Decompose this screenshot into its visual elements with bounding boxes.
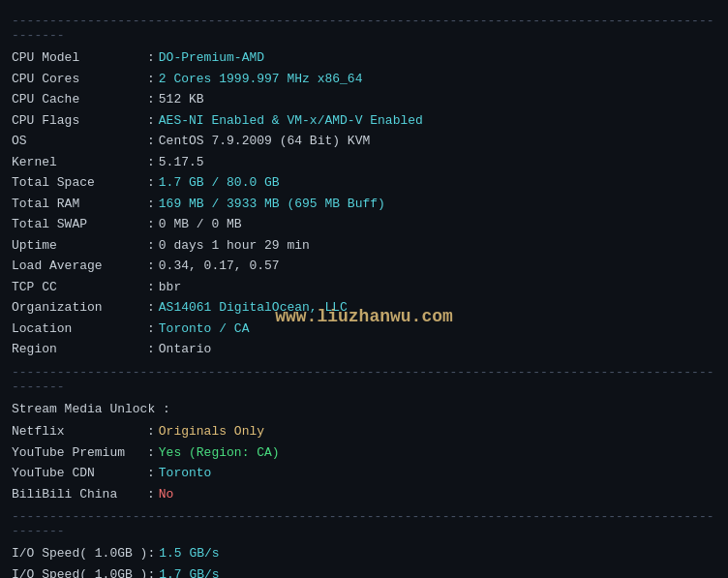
netflix-value: Originals Only [159, 422, 264, 441]
cpu-model-row: CPU Model : DO-Premium-AMD [12, 48, 716, 68]
region-value: Ontario [159, 340, 212, 359]
region-row: Region : Ontario [12, 340, 716, 359]
cpu-cores-label: CPU Cores [12, 70, 147, 89]
org-row: Organization : AS14061 DigitalOcean, LLC [12, 298, 716, 318]
colon: : [147, 565, 155, 579]
total-ram-value: 169 MB / 3933 MB (695 MB Buff) [159, 195, 385, 214]
bilibili-value: No [159, 485, 174, 504]
cpu-cores-value: 2 Cores 1999.997 MHz x86_64 [159, 70, 363, 89]
bilibili-label: BiliBili China [12, 485, 147, 504]
kernel-row: Kernel : 5.17.5 [12, 153, 716, 172]
colon: : [147, 153, 155, 172]
uptime-value: 0 days 1 hour 29 min [159, 236, 310, 256]
location-row: Location : Toronto / CA [12, 319, 716, 339]
cpu-flags-value: AES-NI Enabled & VM-x/AMD-V Enabled [159, 111, 423, 131]
cpu-cores-row: CPU Cores : 2 Cores 1999.997 MHz x86_64 [12, 70, 716, 89]
divider-stream: ----------------------------------------… [12, 365, 716, 394]
load-avg-label: Load Average [12, 257, 147, 276]
colon: : [147, 215, 155, 234]
cpu-flags-row: CPU Flags : AES-NI Enabled & VM-x/AMD-V … [12, 111, 716, 131]
os-label: OS [12, 132, 147, 151]
colon: : [147, 173, 155, 193]
colon: : [147, 319, 155, 339]
youtube-cdn-value: Toronto [159, 464, 212, 483]
youtube-cdn-row: YouTube CDN : Toronto [12, 464, 716, 483]
colon: : [147, 443, 155, 463]
colon: : [147, 257, 155, 276]
location-label: Location [12, 319, 147, 339]
org-label: Organization [12, 298, 147, 318]
total-ram-label: Total RAM [12, 195, 147, 214]
os-row: OS : CentOS 7.9.2009 (64 Bit) KVM [12, 132, 716, 151]
youtube-premium-label: YouTube Premium [12, 443, 147, 463]
io2-label: I/O Speed( 1.0GB ) [12, 565, 147, 579]
io1-value: 1.5 GB/s [159, 544, 219, 563]
tcp-cc-value: bbr [159, 278, 181, 297]
io1-label: I/O Speed( 1.0GB ) [12, 544, 147, 563]
region-label: Region [12, 340, 147, 359]
io1-row: I/O Speed( 1.0GB ) : 1.5 GB/s [12, 544, 716, 563]
total-swap-label: Total SWAP [12, 215, 147, 234]
colon: : [147, 340, 155, 359]
total-swap-row: Total SWAP : 0 MB / 0 MB [12, 215, 716, 234]
uptime-row: Uptime : 0 days 1 hour 29 min [12, 236, 716, 256]
total-space-value: 1.7 GB / 80.0 GB [159, 173, 280, 193]
netflix-label: Netflix [12, 422, 147, 441]
cpu-model-label: CPU Model [12, 48, 147, 68]
divider-top: ----------------------------------------… [12, 14, 716, 43]
io2-row: I/O Speed( 1.0GB ) : 1.7 GB/s [12, 565, 716, 579]
tcp-cc-row: TCP CC : bbr [12, 278, 716, 297]
colon: : [147, 111, 155, 131]
youtube-premium-row: YouTube Premium : Yes (Region: CA) [12, 443, 716, 463]
total-swap-value: 0 MB / 0 MB [159, 215, 242, 234]
cpu-cache-value: 512 KB [159, 90, 204, 109]
youtube-cdn-label: YouTube CDN [12, 464, 147, 483]
stream-header-row: Stream Media Unlock : [12, 400, 716, 419]
total-space-label: Total Space [12, 173, 147, 193]
colon: : [147, 422, 155, 441]
colon: : [147, 90, 155, 109]
colon: : [147, 195, 155, 214]
cpu-model-value: DO-Premium-AMD [159, 48, 264, 68]
location-value: Toronto / CA [159, 319, 250, 339]
colon: : [147, 48, 155, 68]
io2-value: 1.7 GB/s [159, 565, 219, 579]
colon: : [147, 298, 155, 318]
cpu-flags-label: CPU Flags [12, 111, 147, 131]
youtube-premium-value: Yes (Region: CA) [159, 443, 280, 463]
netflix-row: Netflix : Originals Only [12, 422, 716, 441]
colon: : [147, 485, 155, 504]
kernel-value: 5.17.5 [159, 153, 204, 172]
org-value: AS14061 DigitalOcean, LLC [159, 298, 348, 318]
colon: : [147, 544, 155, 563]
colon: : [147, 236, 155, 256]
cpu-cache-row: CPU Cache : 512 KB [12, 90, 716, 109]
colon: : [147, 278, 155, 297]
colon: : [147, 132, 155, 151]
load-avg-value: 0.34, 0.17, 0.57 [159, 257, 280, 276]
uptime-label: Uptime [12, 236, 147, 256]
total-space-row: Total Space : 1.7 GB / 80.0 GB [12, 173, 716, 193]
os-value: CentOS 7.9.2009 (64 Bit) KVM [159, 132, 370, 151]
tcp-cc-label: TCP CC [12, 278, 147, 297]
colon: : [147, 70, 155, 89]
colon: : [147, 464, 155, 483]
stream-header: Stream Media Unlock : [12, 400, 170, 419]
divider-io: ----------------------------------------… [12, 509, 716, 538]
load-avg-row: Load Average : 0.34, 0.17, 0.57 [12, 257, 716, 276]
cpu-cache-label: CPU Cache [12, 90, 147, 109]
bilibili-row: BiliBili China : No [12, 485, 716, 504]
total-ram-row: Total RAM : 169 MB / 3933 MB (695 MB Buf… [12, 195, 716, 214]
kernel-label: Kernel [12, 153, 147, 172]
